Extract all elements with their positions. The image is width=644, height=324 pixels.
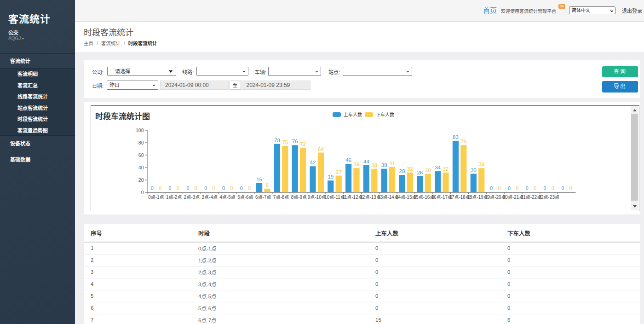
svg-text:60: 60 [138,152,144,158]
svg-text:15: 15 [256,177,262,182]
svg-text:78: 78 [274,138,280,143]
svg-text:0: 0 [230,185,233,191]
svg-text:0: 0 [526,185,529,191]
svg-text:30: 30 [425,168,431,173]
svg-text:6: 6 [266,182,269,188]
svg-text:0: 0 [159,185,161,191]
svg-text:19: 19 [328,174,334,179]
svg-text:4点-5点: 4点-5点 [219,195,235,200]
svg-text:28: 28 [399,168,405,174]
svg-text:46: 46 [345,157,351,163]
svg-text:3点-4点: 3点-4点 [202,195,218,200]
svg-text:0: 0 [534,185,536,191]
svg-text:27: 27 [336,169,342,175]
svg-text:8点-9点: 8点-9点 [291,195,307,200]
svg-text:100: 100 [136,127,144,133]
svg-text:0点-1点: 0点-1点 [148,195,164,200]
svg-text:26: 26 [417,170,423,175]
svg-text:0: 0 [169,185,172,191]
svg-text:0: 0 [222,185,225,191]
svg-text:34: 34 [435,165,441,170]
svg-text:38: 38 [381,162,387,168]
svg-text:38: 38 [371,162,377,168]
svg-text:0: 0 [195,185,197,191]
svg-text:0: 0 [490,185,493,191]
svg-text:5点-6点: 5点-6点 [237,195,253,200]
svg-text:76: 76 [460,139,466,144]
svg-text:0: 0 [508,185,511,191]
svg-text:0: 0 [552,185,554,191]
svg-text:44: 44 [363,159,369,164]
svg-text:30: 30 [471,168,477,173]
svg-text:2点-3点: 2点-3点 [184,195,200,200]
svg-text:7点-8点: 7点-8点 [273,195,289,200]
svg-text:42: 42 [310,160,316,165]
svg-text:72: 72 [300,141,306,147]
svg-text:0: 0 [240,185,243,191]
svg-text:0: 0 [569,185,572,191]
svg-text:32: 32 [407,166,413,172]
svg-text:0: 0 [516,185,518,191]
svg-text:80: 80 [138,140,144,145]
svg-text:83: 83 [453,134,459,140]
svg-text:0: 0 [186,185,189,191]
svg-text:0: 0 [204,185,207,191]
svg-text:40: 40 [138,165,144,170]
svg-text:0: 0 [498,185,501,191]
svg-text:64: 64 [318,146,324,152]
svg-text:22点-23点: 22点-23点 [538,195,559,200]
svg-text:0: 0 [544,185,546,191]
svg-text:1点-2点: 1点-2点 [166,195,182,200]
svg-text:39: 39 [354,162,360,167]
svg-text:0: 0 [177,185,179,191]
svg-text:32: 32 [443,166,449,172]
svg-text:75: 75 [282,139,288,145]
svg-text:6点-7点: 6点-7点 [255,195,271,200]
svg-text:9点-10点: 9点-10点 [308,195,326,200]
svg-text:0: 0 [248,185,251,191]
svg-text:20: 20 [138,177,144,183]
svg-text:0: 0 [151,185,154,191]
svg-text:41: 41 [389,161,395,166]
svg-text:0: 0 [213,185,215,191]
svg-text:0: 0 [561,185,564,191]
svg-text:76: 76 [292,139,298,144]
svg-text:39: 39 [478,162,484,167]
svg-text:0: 0 [141,190,144,195]
